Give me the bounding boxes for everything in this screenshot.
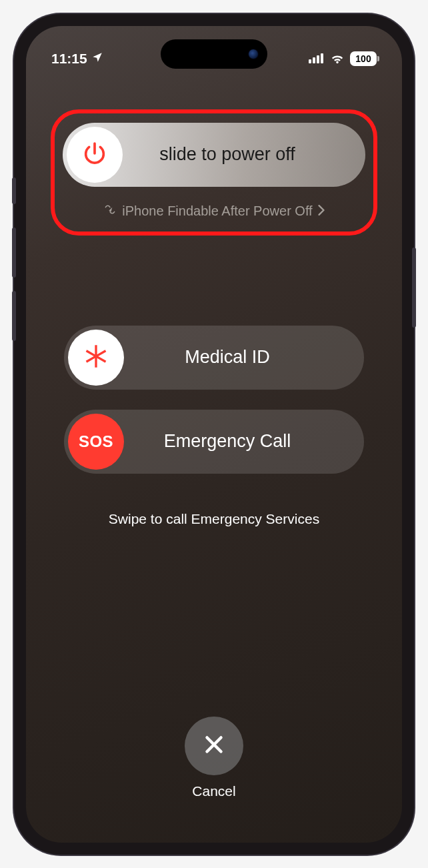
sos-icon: SOS — [79, 432, 113, 451]
battery-level: 100 — [355, 53, 371, 64]
location-icon — [91, 51, 103, 67]
power-off-knob[interactable] — [67, 127, 123, 183]
cancel-label: Cancel — [192, 783, 235, 799]
front-camera — [249, 49, 258, 59]
cancel-block: Cancel — [185, 717, 243, 799]
power-off-label: slide to power off — [123, 144, 365, 165]
findable-label: iPhone Findable After Power Off — [122, 203, 312, 219]
asterisk-icon — [83, 343, 109, 372]
close-icon — [202, 733, 226, 759]
status-right: 100 — [309, 51, 377, 67]
power-icon — [81, 140, 108, 169]
volume-up-button — [12, 228, 16, 278]
dynamic-island — [161, 39, 267, 69]
power-off-slider[interactable]: slide to power off — [63, 123, 365, 187]
wifi-icon — [330, 51, 345, 67]
emergency-call-knob[interactable]: SOS — [68, 414, 124, 470]
status-time: 11:15 — [51, 51, 87, 67]
chevron-right-icon — [318, 203, 325, 219]
screen: 11:15 — [26, 26, 402, 843]
medical-id-knob[interactable] — [68, 330, 124, 386]
power-off-highlight: slide to power off iPhone Findable After… — [51, 109, 377, 236]
svg-rect-3 — [321, 53, 323, 63]
status-left: 11:15 — [51, 51, 103, 67]
emergency-hint: Swipe to call Emergency Services — [109, 511, 319, 527]
ringer-switch — [12, 177, 16, 204]
svg-rect-0 — [309, 59, 311, 63]
volume-down-button — [12, 291, 16, 341]
medical-id-slider[interactable]: Medical ID — [64, 326, 364, 390]
medical-id-label: Medical ID — [124, 347, 364, 368]
emergency-call-slider[interactable]: SOS Emergency Call — [64, 410, 364, 474]
battery-icon: 100 — [350, 51, 377, 66]
emergency-call-label: Emergency Call — [124, 431, 364, 452]
cancel-button[interactable] — [185, 717, 243, 775]
cellular-icon — [309, 51, 325, 67]
svg-rect-2 — [317, 55, 319, 63]
findable-link[interactable]: iPhone Findable After Power Off — [103, 203, 324, 220]
svg-rect-1 — [313, 57, 315, 63]
slider-stack: Medical ID SOS Emergency Call Swipe to c… — [64, 326, 364, 527]
side-button — [412, 248, 416, 328]
findmy-icon — [103, 203, 117, 220]
phone-frame: 11:15 — [14, 14, 414, 855]
content-area: slide to power off iPhone Findable After… — [26, 73, 402, 843]
